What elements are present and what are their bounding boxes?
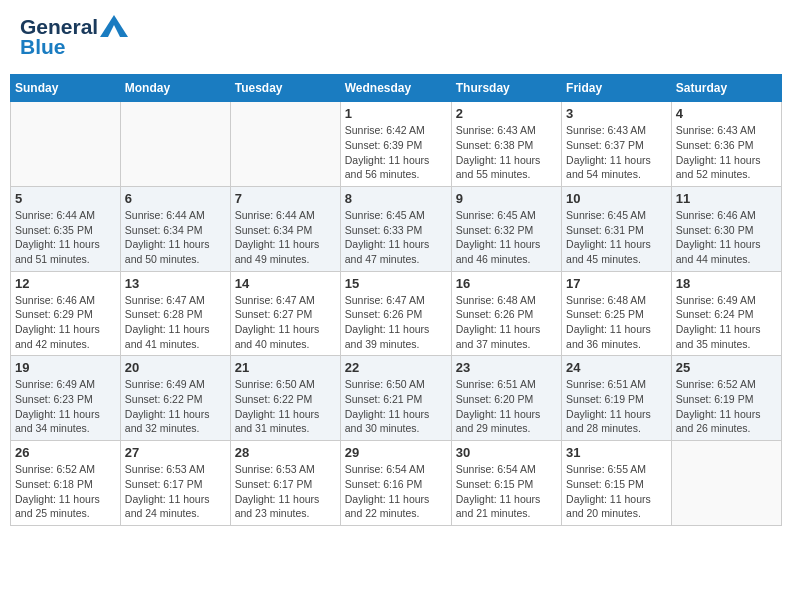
calendar-cell: 29Sunrise: 6:54 AM Sunset: 6:16 PM Dayli… [340,441,451,526]
calendar-cell: 1Sunrise: 6:42 AM Sunset: 6:39 PM Daylig… [340,102,451,187]
day-info: Sunrise: 6:46 AM Sunset: 6:29 PM Dayligh… [15,293,116,352]
calendar-cell [230,102,340,187]
day-info: Sunrise: 6:44 AM Sunset: 6:35 PM Dayligh… [15,208,116,267]
day-info: Sunrise: 6:43 AM Sunset: 6:38 PM Dayligh… [456,123,557,182]
day-info: Sunrise: 6:47 AM Sunset: 6:27 PM Dayligh… [235,293,336,352]
day-info: Sunrise: 6:53 AM Sunset: 6:17 PM Dayligh… [235,462,336,521]
day-number: 27 [125,445,226,460]
day-number: 13 [125,276,226,291]
day-number: 28 [235,445,336,460]
day-number: 14 [235,276,336,291]
weekday-header-sunday: Sunday [11,75,121,102]
day-info: Sunrise: 6:51 AM Sunset: 6:19 PM Dayligh… [566,377,667,436]
day-info: Sunrise: 6:50 AM Sunset: 6:21 PM Dayligh… [345,377,447,436]
calendar-cell: 2Sunrise: 6:43 AM Sunset: 6:38 PM Daylig… [451,102,561,187]
day-info: Sunrise: 6:45 AM Sunset: 6:31 PM Dayligh… [566,208,667,267]
day-info: Sunrise: 6:52 AM Sunset: 6:18 PM Dayligh… [15,462,116,521]
day-number: 15 [345,276,447,291]
logo-icon [100,15,128,37]
day-info: Sunrise: 6:49 AM Sunset: 6:23 PM Dayligh… [15,377,116,436]
day-number: 1 [345,106,447,121]
calendar-cell: 24Sunrise: 6:51 AM Sunset: 6:19 PM Dayli… [562,356,672,441]
calendar-cell: 9Sunrise: 6:45 AM Sunset: 6:32 PM Daylig… [451,186,561,271]
calendar-cell: 5Sunrise: 6:44 AM Sunset: 6:35 PM Daylig… [11,186,121,271]
day-info: Sunrise: 6:47 AM Sunset: 6:28 PM Dayligh… [125,293,226,352]
weekday-header-thursday: Thursday [451,75,561,102]
calendar-cell: 12Sunrise: 6:46 AM Sunset: 6:29 PM Dayli… [11,271,121,356]
day-info: Sunrise: 6:45 AM Sunset: 6:33 PM Dayligh… [345,208,447,267]
day-info: Sunrise: 6:54 AM Sunset: 6:15 PM Dayligh… [456,462,557,521]
day-info: Sunrise: 6:44 AM Sunset: 6:34 PM Dayligh… [235,208,336,267]
day-number: 8 [345,191,447,206]
day-number: 5 [15,191,116,206]
calendar-cell: 31Sunrise: 6:55 AM Sunset: 6:15 PM Dayli… [562,441,672,526]
day-info: Sunrise: 6:44 AM Sunset: 6:34 PM Dayligh… [125,208,226,267]
day-info: Sunrise: 6:42 AM Sunset: 6:39 PM Dayligh… [345,123,447,182]
calendar-cell: 23Sunrise: 6:51 AM Sunset: 6:20 PM Dayli… [451,356,561,441]
calendar-cell: 4Sunrise: 6:43 AM Sunset: 6:36 PM Daylig… [671,102,781,187]
calendar-cell: 14Sunrise: 6:47 AM Sunset: 6:27 PM Dayli… [230,271,340,356]
weekday-header-wednesday: Wednesday [340,75,451,102]
calendar-cell: 11Sunrise: 6:46 AM Sunset: 6:30 PM Dayli… [671,186,781,271]
calendar-cell: 8Sunrise: 6:45 AM Sunset: 6:33 PM Daylig… [340,186,451,271]
day-info: Sunrise: 6:49 AM Sunset: 6:22 PM Dayligh… [125,377,226,436]
day-info: Sunrise: 6:47 AM Sunset: 6:26 PM Dayligh… [345,293,447,352]
calendar-cell: 26Sunrise: 6:52 AM Sunset: 6:18 PM Dayli… [11,441,121,526]
day-number: 26 [15,445,116,460]
day-number: 21 [235,360,336,375]
day-info: Sunrise: 6:52 AM Sunset: 6:19 PM Dayligh… [676,377,777,436]
day-info: Sunrise: 6:43 AM Sunset: 6:37 PM Dayligh… [566,123,667,182]
calendar-cell: 6Sunrise: 6:44 AM Sunset: 6:34 PM Daylig… [120,186,230,271]
calendar-cell [671,441,781,526]
day-number: 7 [235,191,336,206]
weekday-header-saturday: Saturday [671,75,781,102]
calendar-cell [120,102,230,187]
calendar-cell: 28Sunrise: 6:53 AM Sunset: 6:17 PM Dayli… [230,441,340,526]
calendar-cell: 27Sunrise: 6:53 AM Sunset: 6:17 PM Dayli… [120,441,230,526]
day-info: Sunrise: 6:54 AM Sunset: 6:16 PM Dayligh… [345,462,447,521]
day-info: Sunrise: 6:55 AM Sunset: 6:15 PM Dayligh… [566,462,667,521]
day-number: 11 [676,191,777,206]
day-info: Sunrise: 6:50 AM Sunset: 6:22 PM Dayligh… [235,377,336,436]
calendar-cell: 3Sunrise: 6:43 AM Sunset: 6:37 PM Daylig… [562,102,672,187]
day-number: 18 [676,276,777,291]
day-number: 9 [456,191,557,206]
day-number: 6 [125,191,226,206]
day-info: Sunrise: 6:53 AM Sunset: 6:17 PM Dayligh… [125,462,226,521]
day-info: Sunrise: 6:43 AM Sunset: 6:36 PM Dayligh… [676,123,777,182]
day-number: 17 [566,276,667,291]
day-number: 10 [566,191,667,206]
day-info: Sunrise: 6:46 AM Sunset: 6:30 PM Dayligh… [676,208,777,267]
weekday-header-friday: Friday [562,75,672,102]
day-info: Sunrise: 6:45 AM Sunset: 6:32 PM Dayligh… [456,208,557,267]
logo: General Blue [20,15,128,59]
day-number: 23 [456,360,557,375]
calendar-cell: 17Sunrise: 6:48 AM Sunset: 6:25 PM Dayli… [562,271,672,356]
calendar-cell: 20Sunrise: 6:49 AM Sunset: 6:22 PM Dayli… [120,356,230,441]
weekday-header-tuesday: Tuesday [230,75,340,102]
calendar-cell: 25Sunrise: 6:52 AM Sunset: 6:19 PM Dayli… [671,356,781,441]
day-info: Sunrise: 6:49 AM Sunset: 6:24 PM Dayligh… [676,293,777,352]
day-number: 30 [456,445,557,460]
day-number: 19 [15,360,116,375]
day-number: 4 [676,106,777,121]
calendar-cell: 10Sunrise: 6:45 AM Sunset: 6:31 PM Dayli… [562,186,672,271]
day-number: 20 [125,360,226,375]
calendar-cell: 18Sunrise: 6:49 AM Sunset: 6:24 PM Dayli… [671,271,781,356]
day-number: 29 [345,445,447,460]
calendar-cell: 7Sunrise: 6:44 AM Sunset: 6:34 PM Daylig… [230,186,340,271]
weekday-header-monday: Monday [120,75,230,102]
day-number: 24 [566,360,667,375]
day-number: 25 [676,360,777,375]
day-number: 22 [345,360,447,375]
page-header: General Blue [10,10,782,64]
day-number: 16 [456,276,557,291]
calendar-cell [11,102,121,187]
calendar-cell: 21Sunrise: 6:50 AM Sunset: 6:22 PM Dayli… [230,356,340,441]
day-info: Sunrise: 6:48 AM Sunset: 6:25 PM Dayligh… [566,293,667,352]
calendar-cell: 13Sunrise: 6:47 AM Sunset: 6:28 PM Dayli… [120,271,230,356]
calendar-table: SundayMondayTuesdayWednesdayThursdayFrid… [10,74,782,526]
day-number: 2 [456,106,557,121]
day-number: 3 [566,106,667,121]
day-info: Sunrise: 6:51 AM Sunset: 6:20 PM Dayligh… [456,377,557,436]
